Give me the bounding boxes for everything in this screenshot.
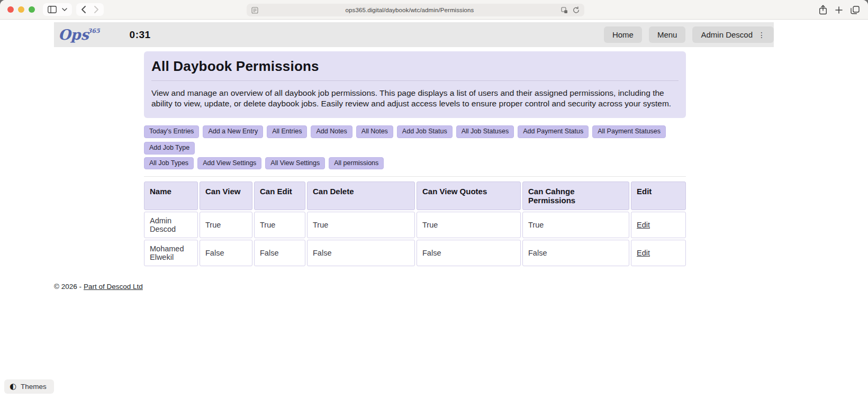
col-header-can-view: Can View [200,182,252,210]
home-button-label: Home [612,30,634,39]
session-timer: 0:31 [130,29,151,41]
menu-button[interactable]: Menu [649,26,686,43]
row1-edit-cell: Edit [631,212,686,238]
row1-name: Admin Descod [144,212,198,238]
link-add-job-type[interactable]: Add Job Type [144,142,195,155]
chevron-down-icon[interactable] [62,8,67,11]
link-all-view-settings[interactable]: All View Settings [265,157,325,170]
chrome-toolbar-right [819,0,860,20]
row1-can-change-permissions: True [522,212,629,238]
account-menu-label: Admin Descod [701,30,753,39]
new-tab-icon[interactable] [835,6,843,14]
link-add-payment-status[interactable]: Add Payment Status [518,125,589,138]
descod-link[interactable]: Part of Descod Ltd [84,283,143,291]
site-header: Ops 365 0:31 Home Menu Admin Descod ⋮ [54,22,774,47]
address-bar[interactable]: ops365.digital/daybook/wtc/admin/Permiss… [247,4,584,16]
footer: © 2026 -Part of Descod Ltd [54,283,868,291]
theme-half-moon-icon: ◐ [10,383,16,391]
share-icon[interactable] [819,5,827,15]
link-add-new-entry[interactable]: Add a New Entry [203,125,263,138]
row1-can-view-quotes: True [417,212,521,238]
quick-links: Today's Entries Add a New Entry All Entr… [144,125,686,169]
row1-can-view: True [200,212,252,238]
forward-button[interactable] [94,6,99,13]
window-close-button[interactable] [7,6,14,13]
privacy-report-icon[interactable] [561,7,568,14]
row2-can-view: False [200,240,252,266]
col-header-can-change-permissions: Can Cahnge Permissions [522,182,629,210]
quick-links-row-2: All Job Types Add View Settings All View… [144,157,686,170]
logo-superscript: 365 [88,28,100,34]
row1-can-edit: True [254,212,305,238]
col-header-can-edit: Can Edit [254,182,305,210]
link-todays-entries[interactable]: Today's Entries [144,125,199,138]
permissions-table: Name Can View Can Edit Can Delete Can Vi… [144,182,686,266]
kebab-menu-icon: ⋮ [758,31,765,39]
menu-button-label: Menu [657,30,677,39]
col-header-edit: Edit [631,182,686,210]
title-divider [151,80,679,81]
row2-name: Mohamed Elwekil [144,240,198,266]
browser-window: ops365.digital/daybook/wtc/admin/Permiss… [0,0,868,417]
themes-toggle[interactable]: ◐ Themes [4,379,54,394]
col-header-name: Name [144,182,198,210]
link-all-notes[interactable]: All Notes [356,125,393,138]
link-all-entries[interactable]: All Entries [267,125,307,138]
account-menu-button[interactable]: Admin Descod ⋮ [692,26,774,43]
sidebar-button-group [43,3,72,16]
traffic-lights [7,6,35,13]
link-add-view-settings[interactable]: Add View Settings [197,157,261,170]
table-divider [144,176,686,177]
row2-can-edit: False [254,240,305,266]
link-add-notes[interactable]: Add Notes [311,125,352,138]
row2-edit-link[interactable]: Edit [637,249,650,257]
row2-edit-cell: Edit [631,240,686,266]
main-content: All Daybook Permissions View and manage … [144,51,686,266]
page-intro-panel: All Daybook Permissions View and manage … [144,51,686,118]
row1-edit-link[interactable]: Edit [637,221,650,229]
themes-label: Themes [21,383,47,391]
page-settings-icon[interactable] [251,7,258,14]
reload-icon[interactable] [573,6,580,14]
copyright-text: © 2026 - [54,283,82,291]
link-all-payment-statuses[interactable]: All Payment Statuses [592,125,666,138]
ops365-logo[interactable]: Ops 365 [58,28,101,42]
row2-can-delete: False [307,240,415,266]
history-nav-group [76,3,104,16]
row2-can-view-quotes: False [417,240,521,266]
browser-chrome: ops365.digital/daybook/wtc/admin/Permiss… [0,0,868,20]
link-all-job-types[interactable]: All Job Types [144,157,194,170]
link-all-job-statuses[interactable]: All Job Statuses [456,125,514,138]
window-minimize-button[interactable] [18,6,24,13]
header-nav: Home Menu Admin Descod ⋮ [604,26,774,43]
back-button[interactable] [81,6,86,13]
window-zoom-button[interactable] [29,6,35,13]
row1-can-delete: True [307,212,415,238]
quick-links-row-1: Today's Entries Add a New Entry All Entr… [144,125,686,155]
link-add-job-status[interactable]: Add Job Status [397,125,453,138]
sidebar-toggle-icon[interactable] [48,6,57,13]
row2-can-change-permissions: False [522,240,629,266]
address-bar-actions [561,6,580,14]
page-description: View and manage an overview of all daybo… [151,88,679,109]
col-header-can-delete: Can Delete [307,182,415,210]
link-all-permissions[interactable]: All permissions [329,157,384,170]
tab-overview-icon[interactable] [851,6,860,14]
page-title: All Daybook Permissions [151,58,679,75]
col-header-can-view-quotes: Can View Quotes [417,182,521,210]
home-button[interactable]: Home [604,26,642,43]
logo-text: Ops [58,28,89,42]
url-text: ops365.digital/daybook/wtc/admin/Permiss… [258,7,561,13]
